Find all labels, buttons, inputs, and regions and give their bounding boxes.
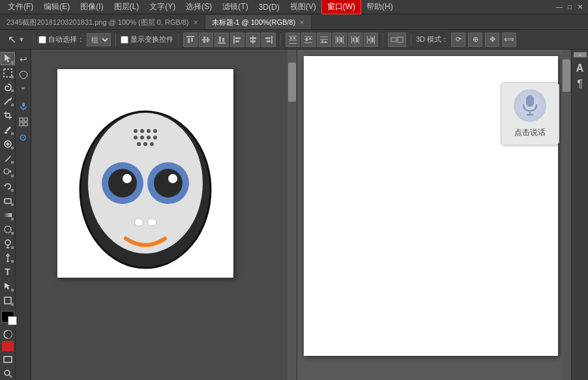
align-top-icon[interactable] bbox=[183, 33, 198, 47]
dodge-tool[interactable] bbox=[1, 237, 15, 250]
shape-tool[interactable] bbox=[1, 294, 15, 307]
3d-orbit-icon[interactable]: ⊕ bbox=[468, 33, 482, 47]
auto-align-icon[interactable] bbox=[388, 33, 406, 47]
crop-tool[interactable] bbox=[1, 109, 15, 122]
svg-point-95 bbox=[140, 136, 144, 139]
svg-rect-5 bbox=[207, 37, 209, 42]
scrollbar-thumb-left[interactable] bbox=[288, 63, 296, 102]
dist-right-icon[interactable] bbox=[364, 33, 378, 47]
show-transform-checkbox[interactable] bbox=[121, 36, 128, 44]
menu-edit[interactable]: 编辑(E) bbox=[38, 0, 75, 14]
lasso-tool[interactable] bbox=[1, 81, 15, 94]
eraser-tool[interactable] bbox=[1, 194, 15, 207]
align-hcenter-icon[interactable] bbox=[246, 33, 260, 47]
show-transform-check[interactable]: 显示变换控件 bbox=[121, 35, 173, 44]
tab-doc1[interactable]: 2345截图20181203201831.png @ 100% (图层 0, R… bbox=[0, 15, 205, 29]
magic-wand-tool[interactable] bbox=[1, 95, 15, 108]
history-brush-tool[interactable] bbox=[1, 180, 15, 193]
voice-widget[interactable]: 点击说话 bbox=[501, 82, 559, 145]
zoom-tool[interactable] bbox=[1, 367, 15, 380]
menu-text[interactable]: 文字(Y) bbox=[144, 0, 181, 14]
menu-file[interactable]: 文件(F) bbox=[3, 0, 38, 14]
heal-tool[interactable] bbox=[1, 138, 15, 151]
panel-collapse-btn[interactable]: » bbox=[574, 52, 587, 57]
3d-pan-icon[interactable]: ✥ bbox=[485, 33, 499, 47]
clone-tool[interactable] bbox=[1, 166, 15, 179]
align-right-icon[interactable] bbox=[261, 33, 276, 47]
menu-layer[interactable]: 图层(L) bbox=[109, 0, 145, 14]
type-panel-btn[interactable]: A bbox=[573, 61, 587, 76]
toolbar-left: T bbox=[0, 50, 16, 380]
marquee-tool[interactable] bbox=[1, 66, 15, 80]
quick-mask-tool[interactable] bbox=[2, 341, 14, 351]
align-left-icon[interactable] bbox=[230, 33, 244, 47]
sep5 bbox=[383, 33, 383, 46]
background-color[interactable] bbox=[8, 316, 17, 325]
svg-point-62 bbox=[4, 169, 9, 174]
menu-window[interactable]: 窗口(W) bbox=[321, 0, 361, 14]
svg-rect-24 bbox=[304, 39, 312, 40]
close-button[interactable]: ✕ bbox=[575, 2, 585, 12]
frames-tool[interactable] bbox=[16, 115, 31, 129]
3d-rotate-icon[interactable]: ⟳ bbox=[451, 33, 465, 47]
menu-view[interactable]: 视图(V) bbox=[285, 0, 321, 14]
move-tool[interactable] bbox=[1, 52, 15, 65]
sep6 bbox=[411, 33, 411, 46]
history-tool[interactable]: ↩ bbox=[16, 52, 31, 66]
auto-select-dropdown[interactable]: 组 bbox=[87, 33, 111, 46]
dist-bottom-icon[interactable] bbox=[317, 33, 331, 47]
color-mode-icon[interactable] bbox=[3, 329, 13, 340]
shapes-tool[interactable] bbox=[16, 68, 31, 82]
svg-rect-84 bbox=[24, 118, 27, 121]
svg-point-70 bbox=[5, 240, 10, 245]
path-select-tool[interactable] bbox=[1, 280, 15, 293]
menu-image[interactable]: 图像(I) bbox=[75, 0, 108, 14]
svg-rect-4 bbox=[203, 37, 205, 43]
maximize-button[interactable]: □ bbox=[565, 2, 575, 12]
tab-doc2-close[interactable]: ✕ bbox=[299, 19, 304, 26]
tab-doc1-close[interactable]: ✕ bbox=[193, 19, 198, 26]
menu-3d[interactable]: 3D(D) bbox=[254, 1, 285, 13]
dist-vcenter-icon[interactable] bbox=[301, 33, 316, 47]
align-bottom-icon[interactable] bbox=[214, 33, 229, 47]
dist-top-icon[interactable] bbox=[286, 33, 300, 47]
3d-slide-icon[interactable]: ⟺ bbox=[502, 33, 516, 47]
mic-tool[interactable] bbox=[16, 99, 31, 113]
distribute-icons bbox=[286, 33, 378, 47]
paragraph-panel-btn[interactable]: ¶ bbox=[573, 77, 587, 91]
svg-rect-27 bbox=[309, 38, 311, 40]
foreground-color[interactable] bbox=[1, 311, 14, 323]
menu-select[interactable]: 选择(S) bbox=[181, 0, 217, 14]
blur-tool[interactable] bbox=[1, 223, 15, 236]
tab-doc2[interactable]: 未标题-1 @ 100%(RGB/8) ✕ bbox=[205, 15, 312, 29]
dist-left-icon[interactable] bbox=[332, 33, 347, 47]
align-vcenter-icon[interactable] bbox=[199, 33, 213, 47]
svg-rect-45 bbox=[374, 36, 375, 44]
svg-rect-30 bbox=[320, 42, 328, 43]
auto-select-check[interactable]: 自动选择： bbox=[38, 35, 84, 44]
svg-point-73 bbox=[7, 260, 8, 262]
auto-select-checkbox[interactable] bbox=[38, 36, 46, 44]
settings-tool[interactable]: ⚙ bbox=[16, 130, 31, 145]
scrollbar-thumb-right[interactable] bbox=[563, 59, 570, 92]
brush-tool[interactable] bbox=[1, 152, 15, 165]
minimize-button[interactable]: — bbox=[554, 2, 565, 12]
type-tool[interactable]: T bbox=[1, 265, 15, 278]
eyedropper-tool[interactable] bbox=[1, 123, 15, 136]
menu-filter[interactable]: 滤镜(T) bbox=[217, 0, 253, 14]
menu-help[interactable]: 帮助(H) bbox=[361, 0, 398, 14]
dist-hcenter-icon[interactable] bbox=[348, 33, 362, 47]
screen-mode-tool[interactable] bbox=[1, 353, 15, 366]
svg-rect-43 bbox=[367, 36, 368, 44]
scrollbar-v-left[interactable] bbox=[287, 50, 297, 380]
toolbar-second: ↩ " ⚙ bbox=[16, 50, 31, 380]
gradient-tool[interactable] bbox=[1, 209, 15, 222]
move-arrow-btn[interactable]: ↖ ▼ bbox=[4, 33, 29, 47]
scrollbar-v-right[interactable] bbox=[562, 50, 571, 380]
svg-rect-29 bbox=[320, 39, 328, 40]
tab-doc1-label: 2345截图20181203201831.png @ 100% (图层 0, R… bbox=[7, 18, 189, 27]
notes-tool[interactable]: " bbox=[16, 83, 31, 98]
pen-tool[interactable] bbox=[1, 252, 15, 265]
svg-marker-53 bbox=[10, 97, 12, 101]
mic-icon-wrap[interactable] bbox=[514, 89, 546, 122]
